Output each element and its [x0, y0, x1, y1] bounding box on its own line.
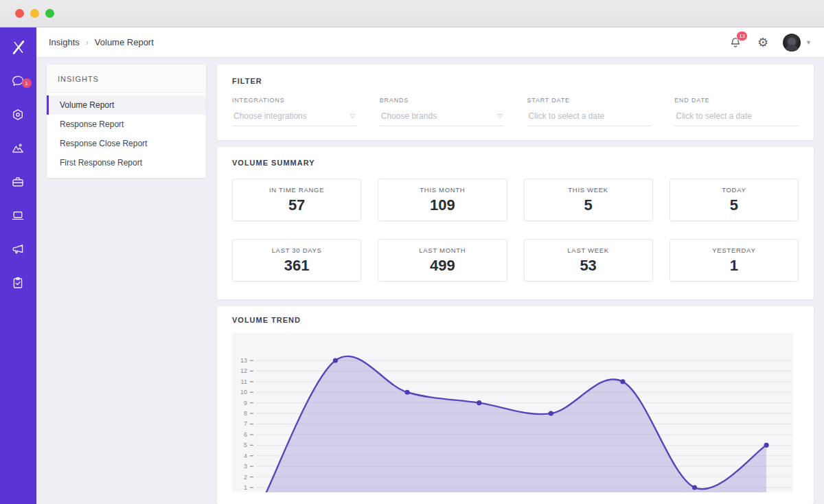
- filter-field-label: INTEGRATIONS: [232, 97, 356, 104]
- page-body: INSIGHTS Volume ReportResponse ReportRes…: [36, 58, 824, 504]
- main-content: FILTER INTEGRATIONSChoose integrations▽B…: [217, 65, 814, 504]
- app-logo[interactable]: [8, 37, 29, 58]
- close-window-button[interactable]: [15, 9, 24, 18]
- y-tick-label: 2: [244, 474, 247, 481]
- breadcrumb-separator: ›: [86, 38, 89, 47]
- clipboard-icon[interactable]: [11, 276, 26, 291]
- insights-panel: INSIGHTS Volume ReportResponse ReportRes…: [47, 65, 206, 178]
- primary-sidebar: 1: [0, 27, 36, 504]
- date-input[interactable]: Click to select a date: [674, 111, 799, 126]
- date-input[interactable]: Click to select a date: [527, 111, 652, 126]
- y-tick-label: 8: [244, 410, 247, 417]
- filter-select[interactable]: Choose integrations▽: [232, 111, 356, 126]
- stat-value: 5: [584, 196, 593, 214]
- volume-summary-title: VOLUME SUMMARY: [232, 159, 799, 167]
- stat-label: LAST MONTH: [419, 247, 466, 254]
- stat-value: 361: [284, 257, 310, 275]
- stat-label: LAST WEEK: [567, 247, 609, 254]
- chat-badge: 1: [22, 78, 32, 88]
- stat-label: TODAY: [722, 186, 746, 194]
- volume-summary-card: VOLUME SUMMARY IN TIME RANGE57THIS MONTH…: [217, 147, 814, 299]
- menu-item-volume-report[interactable]: Volume Report: [47, 95, 206, 115]
- stat-value: 109: [430, 196, 455, 214]
- stat-value: 57: [288, 196, 305, 214]
- insights-panel-header: INSIGHTS: [47, 65, 206, 93]
- stat-label: IN TIME RANGE: [269, 186, 324, 194]
- filter-fields: INTEGRATIONSChoose integrations▽BRANDSCh…: [232, 97, 799, 126]
- y-tick-label: 13: [240, 357, 247, 364]
- stat-card-last-month: LAST MONTH499: [378, 239, 507, 282]
- stat-card-this-week: THIS WEEK5: [524, 179, 653, 221]
- volume-trend-card: VOLUME TREND 12345678910111213: [217, 306, 814, 504]
- menu-item-response-report[interactable]: Response Report: [47, 115, 206, 134]
- insights-menu: Volume ReportResponse ReportResponse Clo…: [47, 93, 206, 178]
- filter-field-label: BRANDS: [380, 97, 504, 104]
- stat-card-in-time-range: IN TIME RANGE57: [232, 179, 361, 221]
- stat-card-today: TODAY5: [670, 179, 799, 221]
- stat-value: 1: [730, 257, 738, 275]
- breadcrumb-insights[interactable]: Insights: [49, 37, 80, 47]
- field-placeholder: Choose integrations: [233, 111, 307, 121]
- data-point-1[interactable]: [333, 358, 338, 363]
- laptop-icon[interactable]: [11, 209, 26, 224]
- stat-card-yesterday: YESTERDAY1: [670, 239, 799, 282]
- mountains-icon[interactable]: [11, 141, 26, 157]
- megaphone-icon[interactable]: [11, 242, 26, 257]
- chat-icon[interactable]: 1: [11, 74, 26, 89]
- data-point-7[interactable]: [764, 443, 769, 448]
- y-tick-label: 11: [241, 378, 247, 385]
- data-point-2[interactable]: [404, 390, 409, 395]
- user-menu[interactable]: ▼: [783, 34, 812, 51]
- volume-trend-title: VOLUME TREND: [232, 316, 799, 324]
- filter-field-label: END DATE: [674, 97, 799, 104]
- filter-title: FILTER: [232, 77, 799, 85]
- bell-icon[interactable]: 13: [728, 35, 743, 50]
- stat-label: THIS WEEK: [568, 186, 608, 194]
- y-tick-label: 10: [240, 389, 247, 396]
- data-point-5[interactable]: [620, 379, 625, 384]
- data-point-3[interactable]: [477, 400, 481, 405]
- area-chart: 12345678910111213: [232, 333, 793, 492]
- data-point-4[interactable]: [549, 411, 553, 415]
- filter-field-end-date: END DATEClick to select a date: [674, 97, 799, 126]
- stat-label: LAST 30 DAYS: [272, 247, 322, 254]
- stat-card-last-30-days: LAST 30 DAYS361: [232, 239, 361, 282]
- chevron-down-icon: ▼: [805, 39, 812, 46]
- stat-label: YESTERDAY: [712, 247, 755, 254]
- filter-select[interactable]: Choose brands▽: [380, 111, 504, 126]
- filter-field-label: START DATE: [527, 97, 652, 104]
- hexagon-nut-icon[interactable]: [11, 108, 26, 123]
- gear-icon[interactable]: ⚙: [755, 35, 770, 50]
- y-tick-label: 4: [244, 453, 247, 459]
- stat-card-last-week: LAST WEEK53: [524, 239, 653, 282]
- menu-item-first-response-report[interactable]: First Response Report: [47, 153, 206, 172]
- y-tick-label: 7: [244, 420, 247, 427]
- avatar[interactable]: [783, 34, 801, 51]
- chevron-down-icon: ▽: [350, 113, 355, 119]
- filter-field-brands: BRANDSChoose brands▽: [380, 97, 504, 126]
- chevron-down-icon: ▽: [498, 113, 503, 119]
- y-tick-label: 12: [240, 367, 247, 374]
- y-tick-label: 3: [244, 463, 247, 470]
- stat-card-this-month: THIS MONTH109: [378, 179, 507, 221]
- breadcrumb: Insights › Volume Report: [49, 37, 154, 47]
- stat-value: 5: [730, 196, 738, 214]
- filter-card: FILTER INTEGRATIONSChoose integrations▽B…: [217, 65, 814, 140]
- filter-field-start-date: START DATEClick to select a date: [527, 97, 652, 126]
- traffic-lights: [15, 9, 54, 18]
- breadcrumb-volume-report: Volume Report: [95, 37, 154, 47]
- minimize-window-button[interactable]: [30, 9, 39, 18]
- menu-item-response-close-report[interactable]: Response Close Report: [47, 134, 206, 153]
- app-window: 1: [0, 0, 824, 504]
- zoom-window-button[interactable]: [45, 9, 54, 18]
- window-titlebar: [0, 0, 824, 27]
- summary-grid: IN TIME RANGE57THIS MONTH109THIS WEEK5TO…: [232, 179, 799, 282]
- data-point-6[interactable]: [692, 485, 697, 490]
- volume-trend-chart: 12345678910111213: [232, 333, 799, 492]
- field-placeholder: Choose brands: [381, 111, 437, 121]
- stat-value: 499: [430, 257, 455, 275]
- field-placeholder: Click to select a date: [529, 111, 605, 121]
- briefcase-icon[interactable]: [11, 175, 26, 190]
- y-tick-label: 9: [244, 400, 247, 406]
- y-tick-label: 1: [244, 484, 247, 491]
